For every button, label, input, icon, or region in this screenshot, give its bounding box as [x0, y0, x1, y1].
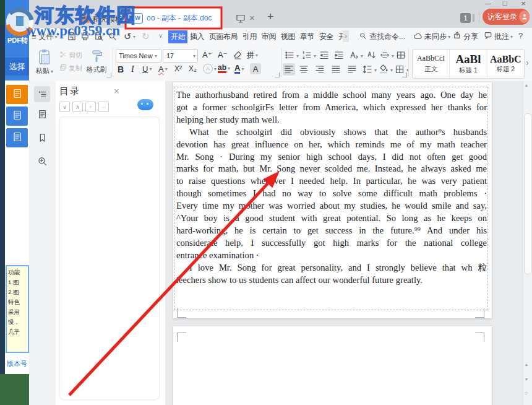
decrease-indent-icon[interactable] — [319, 50, 329, 63]
columns-icon[interactable] — [396, 50, 406, 63]
font-name-select[interactable]: Times New Roma ▾ — [116, 49, 161, 63]
next-page-button[interactable]: ▾ — [525, 377, 528, 382]
convert-button-orange[interactable] — [6, 85, 28, 104]
file-menu[interactable]: ≡ 文件 ▾ — [32, 30, 58, 43]
expand-all-button[interactable]: ∨ — [59, 102, 70, 112]
ribbon-tab-section[interactable]: 章节 — [298, 30, 317, 43]
superscript-button[interactable]: X² — [174, 64, 182, 73]
ribbon-tab-scroll-button[interactable]: › — [343, 30, 349, 42]
ribbon-tab-insert[interactable]: 插入 — [187, 30, 207, 43]
convert-button-blue-1[interactable] — [6, 107, 28, 126]
document-page-2[interactable] — [173, 326, 492, 405]
guest-login-button[interactable]: 访客登录 — [483, 9, 530, 25]
select-button[interactable]: 选择 — [5, 58, 29, 76]
previous-page-button[interactable]: ▴ — [525, 362, 528, 367]
shading-bucket-icon[interactable] — [379, 64, 388, 76]
new-tab-button[interactable]: + — [267, 11, 274, 24]
justify-button[interactable] — [331, 64, 341, 77]
bold-button[interactable]: B — [118, 64, 124, 74]
find-icon[interactable] — [108, 32, 117, 43]
dialog-launcher[interactable] — [402, 72, 407, 77]
screen-share-icon[interactable] — [236, 14, 246, 25]
styles-scroll-button[interactable]: › — [526, 58, 529, 68]
find-command-button[interactable]: 查找命令... — [359, 31, 405, 42]
demote-button[interactable]: − — [98, 102, 109, 112]
help-button[interactable]: ? — [518, 31, 523, 40]
sidebar-bookmark-button[interactable] — [37, 133, 48, 146]
save-icon[interactable] — [67, 32, 76, 43]
paste-button[interactable]: 粘贴▾ — [33, 48, 56, 77]
clear-format-icon[interactable] — [233, 50, 242, 63]
sort-icon[interactable] — [366, 50, 376, 63]
ribbon-tab-home[interactable]: 开始 — [168, 30, 187, 43]
ribbon-tab-page-layout[interactable]: 页面布局 — [207, 30, 240, 43]
grow-font-button[interactable]: A⁺ — [202, 50, 212, 59]
bullet-list-icon[interactable] — [285, 50, 294, 63]
dialog-launcher[interactable] — [275, 72, 280, 77]
pinyin-guide-button[interactable]: 拼 ▾ — [247, 50, 258, 61]
numbered-list-icon[interactable] — [302, 50, 312, 63]
style-label: 标题 2 — [487, 65, 524, 74]
sidebar-thumbnails-button[interactable] — [37, 109, 48, 122]
undo-dropdown-icon[interactable]: ▾ — [133, 34, 135, 40]
style-heading-1[interactable]: AaBl 标题 1 — [450, 50, 487, 78]
ribbon-tab-view[interactable]: 视图 — [278, 30, 298, 43]
dialog-launcher[interactable] — [106, 72, 111, 77]
page-select-button[interactable]: ○ — [525, 390, 528, 396]
cloud-sync-button[interactable]: 未同步 ▾ — [413, 31, 450, 42]
highlight-color-button[interactable]: ab ▾ — [218, 64, 230, 73]
shrink-font-button[interactable]: A⁻ — [218, 50, 228, 59]
tab-document[interactable]: W oo - 副本 - 副本.doc — [127, 8, 221, 28]
underline-button[interactable]: U ▾ — [142, 64, 152, 74]
nav-panel-close-icon[interactable]: × — [114, 85, 119, 96]
document-text[interactable]: The authorhusband retired from a middle … — [176, 89, 487, 287]
minimize-button[interactable]: — — [482, 0, 494, 8]
character-shading-button[interactable]: A — [250, 63, 261, 74]
convert-button-blue-2[interactable] — [6, 128, 28, 147]
comments-button[interactable]: 批注 ▾ — [484, 31, 513, 42]
font-size-select[interactable]: 17 ▾ — [163, 49, 198, 63]
style-heading-2[interactable]: AaBbC 标题 2 — [487, 50, 524, 78]
sidebar-outline-button[interactable] — [34, 86, 50, 102]
close-tab-icon[interactable]: × — [249, 12, 255, 23]
enclose-character-button[interactable]: A ▾ — [203, 64, 217, 74]
align-right-button[interactable] — [315, 64, 325, 77]
print-icon[interactable] — [80, 32, 90, 43]
sidebar-find-replace-button[interactable] — [37, 156, 48, 169]
ribbon-tab-security[interactable]: 安全 — [317, 30, 336, 43]
ribbon-tab-review[interactable]: 审阅 — [259, 30, 278, 43]
scrollbar-thumb[interactable] — [524, 113, 532, 274]
more-commands-icon[interactable]: ∨ — [158, 32, 163, 39]
print-preview-icon[interactable] — [94, 32, 103, 43]
text-tool-icon[interactable] — [349, 50, 359, 63]
copy-button[interactable]: 复制 — [59, 64, 82, 72]
cut-button[interactable]: 剪切 — [59, 51, 82, 59]
undo-button[interactable]: ↺ — [124, 31, 132, 42]
strikethrough-button[interactable]: A ▾ — [158, 64, 168, 74]
style-normal[interactable]: AaBbCcI 正文 — [413, 50, 450, 78]
distribute-button[interactable] — [347, 64, 357, 77]
subscript-button[interactable]: X₂ — [189, 64, 197, 73]
redo-button[interactable]: ↻ — [142, 31, 150, 42]
font-color-button[interactable]: A ▾ — [234, 64, 244, 74]
tab-home-templates[interactable]: 稻壳模板 — [82, 11, 122, 27]
nav-panel-content[interactable] — [59, 116, 160, 400]
increase-indent-icon[interactable] — [334, 50, 344, 63]
maximize-button[interactable]: □ — [499, 0, 511, 7]
ribbon-tab-developer[interactable]: 开发工 — [336, 30, 343, 43]
promote-button[interactable]: + — [85, 102, 96, 112]
window-count-badge[interactable]: 1 — [460, 13, 471, 23]
version-link[interactable]: 版本号 — [7, 359, 27, 368]
close-button[interactable]: × — [517, 0, 530, 7]
align-center-button[interactable] — [299, 64, 309, 77]
scroll-up-icon[interactable]: ▴ — [525, 82, 528, 88]
align-left-button[interactable] — [283, 63, 295, 76]
line-spacing-icon[interactable] — [363, 64, 372, 77]
style-preview: AaBl — [450, 53, 486, 66]
character-scale-icon[interactable] — [380, 50, 390, 63]
ai-assistant-icon[interactable] — [137, 99, 153, 110]
ribbon-tab-references[interactable]: 引用 — [240, 30, 259, 43]
share-button[interactable]: 分享 — [453, 31, 478, 42]
italic-button[interactable]: I — [131, 64, 134, 74]
collapse-all-button[interactable]: ∧ — [72, 102, 83, 112]
